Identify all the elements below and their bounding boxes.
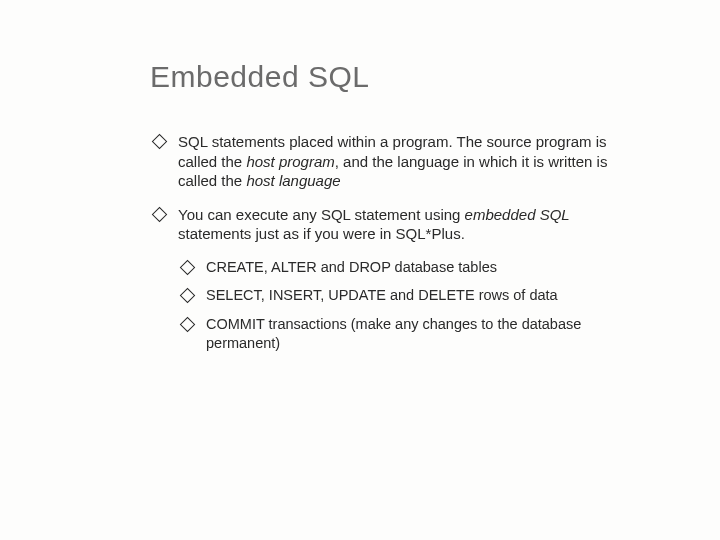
bullet-text: SELECT, INSERT, UPDATE and DELETE rows o… (206, 287, 558, 303)
italic-text: embedded SQL (465, 206, 570, 223)
italic-text: host program (246, 153, 334, 170)
bullet-text: COMMIT transactions (make any changes to… (206, 316, 581, 351)
italic-text: host language (246, 172, 340, 189)
sub-bullet-item: CREATE, ALTER and DROP database tables (178, 258, 620, 277)
bullet-text: You can execute any SQL statement using (178, 206, 465, 223)
slide: Embedded SQL SQL statements placed withi… (0, 0, 720, 403)
bullet-text: statements just as if you were in SQL*Pl… (178, 225, 465, 242)
bullet-list: SQL statements placed within a program. … (150, 132, 620, 353)
sub-bullet-item: SELECT, INSERT, UPDATE and DELETE rows o… (178, 286, 620, 305)
slide-title: Embedded SQL (150, 60, 620, 94)
bullet-item: SQL statements placed within a program. … (150, 132, 620, 191)
sub-bullet-item: COMMIT transactions (make any changes to… (178, 315, 620, 353)
bullet-item: You can execute any SQL statement using … (150, 205, 620, 244)
bullet-text: CREATE, ALTER and DROP database tables (206, 259, 497, 275)
